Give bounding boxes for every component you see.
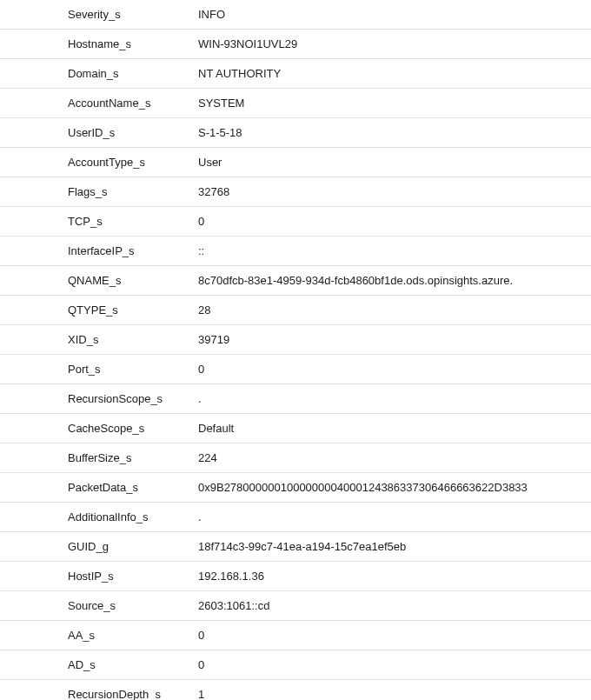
property-key: CacheScope_s [26,414,191,443]
property-key: AccountType_s [26,148,191,177]
table-row: TCP_s0 [0,207,591,237]
properties-table: Severity_sINFOHostname_sWIN-93NOI1UVL29D… [0,0,591,700]
property-value: 0 [191,207,591,236]
property-value: :: [191,237,591,265]
table-row: UserID_sS-1-5-18 [0,118,591,148]
property-key: AdditionalInfo_s [26,503,191,531]
table-row: BufferSize_s224 [0,443,591,473]
table-row: HostIP_s192.168.1.36 [0,562,591,591]
property-key: Flags_s [26,177,191,206]
table-row: RecursionDepth_s1 [0,680,591,700]
table-row: Severity_sINFO [0,0,591,30]
property-value: 1 [191,680,591,700]
property-value: WIN-93NOI1UVL29 [191,30,591,58]
property-key: RecursionScope_s [26,384,191,413]
table-row: AD_s0 [0,650,591,680]
property-value: 28 [191,296,591,324]
table-row: QTYPE_s28 [0,296,591,325]
table-row: PacketData_s0x9B278000000100000000400012… [0,473,591,503]
table-row: RecursionScope_s. [0,384,591,414]
property-key: AA_s [26,621,191,650]
property-value: 18f714c3-99c7-41ea-a194-15c7ea1ef5eb [191,532,591,561]
table-row: CacheScope_sDefault [0,414,591,443]
property-key: GUID_g [26,532,191,561]
property-key: UserID_s [26,118,191,147]
property-key: AccountName_s [26,89,191,117]
property-value: INFO [191,0,591,29]
property-value: S-1-5-18 [191,118,591,147]
property-key: Hostname_s [26,30,191,58]
property-value: . [191,384,591,413]
property-key: Source_s [26,591,191,620]
property-value: Default [191,414,591,443]
property-key: XID_s [26,325,191,354]
property-value: NT AUTHORITY [191,59,591,88]
property-value: 8c70dfcb-83e1-4959-934d-fcb4860bf1de.ods… [191,266,591,295]
property-value: User [191,148,591,177]
property-value: 224 [191,443,591,472]
table-row: AccountName_sSYSTEM [0,89,591,118]
property-key: HostIP_s [26,562,191,590]
property-value: 0 [191,621,591,650]
table-row: InterfaceIP_s:: [0,237,591,266]
table-row: Hostname_sWIN-93NOI1UVL29 [0,30,591,59]
table-row: GUID_g18f714c3-99c7-41ea-a194-15c7ea1ef5… [0,532,591,562]
property-key: TCP_s [26,207,191,236]
property-key: BufferSize_s [26,443,191,472]
property-key: RecursionDepth_s [26,680,191,700]
property-key: QNAME_s [26,266,191,295]
property-key: Domain_s [26,59,191,88]
property-key: PacketData_s [26,473,191,502]
property-value: 0 [191,355,591,383]
property-value: 0x9B278000000100000000400012438633730646… [191,473,591,502]
property-key: InterfaceIP_s [26,237,191,265]
table-row: Domain_sNT AUTHORITY [0,59,591,89]
property-key: Severity_s [26,0,191,29]
property-value: 0 [191,650,591,679]
property-value: 32768 [191,177,591,206]
property-value: 192.168.1.36 [191,562,591,590]
table-row: AdditionalInfo_s. [0,503,591,532]
table-row: Port_s0 [0,355,591,384]
table-row: Source_s2603:1061::cd [0,591,591,621]
table-row: AA_s0 [0,621,591,650]
property-value: SYSTEM [191,89,591,117]
property-key: QTYPE_s [26,296,191,324]
property-key: Port_s [26,355,191,383]
table-row: AccountType_sUser [0,148,591,177]
property-value: 39719 [191,325,591,354]
property-key: AD_s [26,650,191,679]
table-row: QNAME_s8c70dfcb-83e1-4959-934d-fcb4860bf… [0,266,591,296]
table-row: XID_s39719 [0,325,591,355]
table-row: Flags_s32768 [0,177,591,207]
property-value: 2603:1061::cd [191,591,591,620]
property-value: . [191,503,591,531]
